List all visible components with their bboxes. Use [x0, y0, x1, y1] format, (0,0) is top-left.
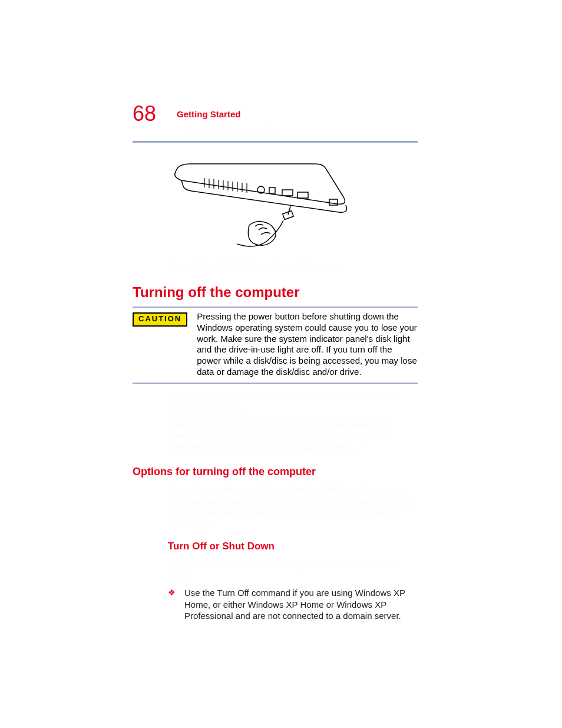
figure-caption: (Sample Illustration) Connecting a USB m… [168, 262, 418, 271]
turn-off-intro: Factors to consider when choosing either… [168, 558, 418, 581]
subsection-heading-options: Options for turning off the computer [133, 466, 418, 478]
caution-badge: CAUTION [133, 312, 187, 327]
options-intro: Depending on the operating system instal… [168, 484, 418, 530]
svg-rect-12 [282, 190, 293, 196]
header-section-path: Turning off the computer [184, 126, 418, 135]
subsubsection-heading-turn-off: Turn Off or Shut Down [168, 541, 418, 552]
caution-block: CAUTION Pressing the power button before… [133, 307, 418, 384]
svg-rect-13 [297, 192, 308, 198]
svg-rect-11 [269, 187, 275, 193]
body-para-1: It is a good idea to turn off your compu… [168, 390, 418, 413]
page-number: 68 [133, 103, 156, 124]
page-header: 68 Getting Started [133, 103, 418, 124]
list-item: Use the Turn Off command if you are usin… [168, 587, 418, 622]
svg-rect-15 [283, 211, 293, 220]
section-heading-turning-off: Turning off the computer [133, 284, 418, 301]
header-rule [133, 141, 418, 143]
body-para-2: If you are using the computer for the fi… [168, 419, 418, 453]
caution-text: Pressing the power button before shuttin… [197, 311, 418, 378]
svg-rect-14 [329, 199, 338, 205]
chapter-title: Getting Started [177, 109, 240, 119]
laptop-usb-mouse-illustration [167, 156, 355, 256]
page: 68 Getting Started Turning off the compu… [0, 0, 562, 728]
turn-off-bullet-list: Use the Turn Off command if you are usin… [168, 587, 418, 622]
caution-rule-bottom [133, 383, 418, 384]
